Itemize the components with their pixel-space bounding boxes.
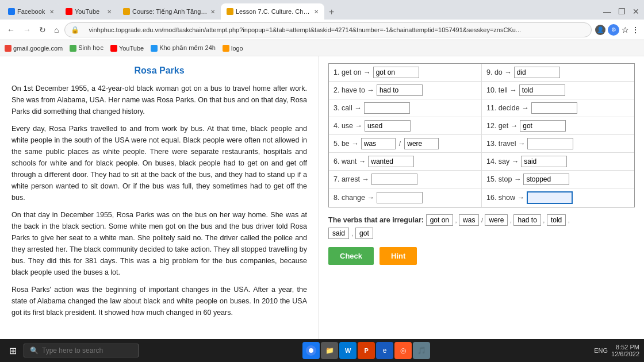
exercise-input-11[interactable] bbox=[531, 102, 577, 114]
exercise-input-12[interactable] bbox=[520, 120, 566, 132]
exercise-cell-7-left: 7. arrest → bbox=[329, 171, 482, 188]
bookmark-youtube-label: YouTube bbox=[119, 45, 144, 52]
exercise-row-1: 1. get on → 9. do → bbox=[329, 64, 634, 82]
taskbar-app-2[interactable]: 📁 bbox=[321, 342, 338, 359]
star-icon[interactable]: ☆ bbox=[622, 25, 629, 34]
bookmark-logo[interactable]: logo bbox=[223, 45, 243, 52]
slash-5: / bbox=[399, 140, 401, 148]
exercise-row-4: 4. use → 12. get → bbox=[329, 117, 634, 135]
exercise-row-7: 7. arrest → 15. stop → bbox=[329, 171, 634, 188]
exercise-num-8: 8. change → bbox=[334, 194, 374, 202]
menu-icon[interactable]: ⋮ bbox=[631, 25, 639, 34]
taskbar-app-ppt[interactable]: P bbox=[358, 342, 375, 359]
exercise-cell-4-right: 12. get → bbox=[482, 117, 634, 134]
refresh-button[interactable]: ↻ bbox=[37, 24, 48, 36]
forward-button[interactable]: → bbox=[21, 24, 33, 36]
exercise-input-8[interactable] bbox=[377, 192, 423, 203]
minimize-button[interactable]: — bbox=[601, 6, 614, 17]
irregular-word-were: were bbox=[485, 214, 508, 226]
exercise-num-9: 9. do → bbox=[486, 68, 512, 76]
bookmark-khophanmem-label: Kho phần mềm 24h bbox=[159, 44, 216, 52]
exercise-input-5b[interactable] bbox=[404, 138, 439, 149]
taskbar-app-6[interactable]: 🎵 bbox=[413, 342, 430, 359]
exercise-cell-2-left: 2. have to → bbox=[329, 82, 482, 99]
exercise-cell-6-left: 6. want → bbox=[329, 153, 482, 170]
right-panel: 1. get on → 9. do → 2. have to → bbox=[319, 56, 644, 339]
exercise-input-16[interactable] bbox=[527, 191, 573, 204]
exercise-cell-5-left: 5. be → / bbox=[329, 135, 482, 152]
exercise-input-10[interactable] bbox=[519, 84, 565, 96]
taskbar-time: 8:52 PM 12/6/2022 bbox=[611, 344, 639, 357]
bookmark-gmail[interactable]: gmail.google.com bbox=[5, 45, 63, 52]
exercise-input-4[interactable] bbox=[365, 120, 411, 132]
new-tab-button[interactable]: + bbox=[324, 5, 339, 20]
exercise-num-13: 13. travel → bbox=[486, 140, 525, 148]
taskbar-app-5[interactable]: ◎ bbox=[394, 342, 412, 359]
tab-lesson-close[interactable]: ✕ bbox=[314, 9, 319, 15]
check-button[interactable]: Check bbox=[328, 247, 374, 265]
bookmark-sinhhoc-label: Sinh học bbox=[78, 44, 103, 52]
tab-facebook[interactable]: Facebook ✕ bbox=[2, 3, 60, 20]
exercise-input-9[interactable] bbox=[514, 67, 560, 78]
comma-5: , bbox=[351, 230, 353, 237]
left-panel: Rosa Parks On 1st December 1955, a 42-ye… bbox=[0, 56, 319, 339]
exercise-input-5a[interactable] bbox=[361, 138, 396, 149]
exercise-num-11: 11. decide → bbox=[486, 104, 529, 112]
exercise-input-3[interactable] bbox=[364, 102, 410, 114]
irregular-words-inline: got on , was / were , had to , told , bbox=[426, 216, 570, 224]
tab-facebook-close[interactable]: ✕ bbox=[49, 9, 54, 15]
bookmark-sinhhoc[interactable]: Sinh học bbox=[70, 44, 103, 52]
tab-lesson[interactable]: Lesson 7.C. Culture. Changing th... ✕ bbox=[221, 3, 324, 20]
taskbar-app-chrome[interactable] bbox=[302, 342, 320, 359]
exercise-input-14[interactable] bbox=[521, 156, 567, 167]
bookmark-youtube[interactable]: YouTube bbox=[110, 45, 144, 52]
exercise-input-6[interactable] bbox=[368, 156, 414, 167]
exercise-cell-4-left: 4. use → bbox=[329, 117, 482, 134]
exercise-num-4: 4. use → bbox=[334, 122, 362, 130]
exercise-num-10: 10. tell → bbox=[486, 86, 517, 94]
passage-para-1: On 1st December 1955, a 42-year-old blac… bbox=[12, 83, 307, 117]
irregular-word-told: told bbox=[547, 214, 566, 226]
khophanmem-icon bbox=[151, 45, 158, 52]
exercise-num-15: 15. stop → bbox=[486, 175, 521, 183]
exercise-num-5: 5. be → bbox=[334, 140, 359, 148]
restore-button[interactable]: ❐ bbox=[616, 6, 628, 17]
tab-facebook-label: Facebook bbox=[17, 8, 45, 15]
taskbar-search-input[interactable] bbox=[42, 346, 122, 355]
taskbar-apps: 📁 W P e ◎ 🎵 bbox=[141, 342, 592, 359]
back-button[interactable]: ← bbox=[5, 24, 17, 36]
exercise-num-7: 7. arrest → bbox=[334, 175, 369, 183]
taskbar: ⊞ 🔍 📁 W P e ◎ 🎵 bbox=[0, 339, 644, 362]
exercise-cell-6-right: 14. say → bbox=[482, 153, 634, 170]
address-input[interactable] bbox=[83, 25, 585, 35]
nav-icons: 👤 ⚙ ☆ ⋮ bbox=[595, 24, 639, 36]
tab-youtube-close[interactable]: ✕ bbox=[107, 9, 112, 15]
exercise-input-13[interactable] bbox=[527, 138, 573, 149]
close-button[interactable]: ✕ bbox=[630, 6, 642, 17]
exercise-cell-1-right: 9. do → bbox=[482, 64, 634, 81]
exercise-row-3: 3. call → 11. decide → bbox=[329, 99, 634, 117]
exercise-input-1[interactable] bbox=[373, 67, 419, 78]
taskbar-app-word[interactable]: W bbox=[339, 342, 356, 359]
exercise-input-7[interactable] bbox=[371, 174, 417, 185]
exercise-input-2[interactable] bbox=[377, 84, 423, 96]
bookmark-khophanmem[interactable]: Kho phần mềm 24h bbox=[151, 44, 216, 52]
tab-course[interactable]: Course: Tiếng Anh Tăng Cường b... ✕ bbox=[117, 3, 221, 20]
tab-course-close[interactable]: ✕ bbox=[210, 9, 215, 15]
page-content: Rosa Parks On 1st December 1955, a 42-ye… bbox=[0, 56, 644, 339]
taskbar-app-edge[interactable]: e bbox=[376, 342, 393, 359]
hint-button[interactable]: Hint bbox=[379, 247, 417, 265]
start-button[interactable]: ⊞ bbox=[5, 343, 21, 359]
irregular-word-got-on: got on bbox=[426, 214, 453, 226]
exercise-input-15[interactable] bbox=[523, 174, 569, 185]
home-button[interactable]: ⌂ bbox=[52, 24, 61, 36]
tab-youtube[interactable]: YouTube ✕ bbox=[60, 3, 117, 20]
exercise-num-2: 2. have to → bbox=[334, 86, 374, 94]
exercise-cell-8-right: 16. show → bbox=[482, 188, 634, 207]
logo-icon bbox=[223, 45, 229, 52]
exercise-cell-7-right: 15. stop → bbox=[482, 171, 634, 188]
taskbar-search-box[interactable]: 🔍 bbox=[24, 344, 139, 357]
irregular-words-row2: said , got bbox=[328, 228, 635, 239]
extensions-icon[interactable]: ⚙ bbox=[608, 24, 619, 36]
profile-icon[interactable]: 👤 bbox=[595, 25, 605, 35]
